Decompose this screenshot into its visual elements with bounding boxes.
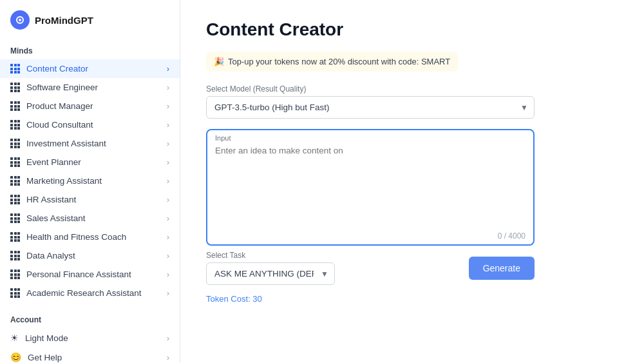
sidebar-item-label: Academic Research Assistant xyxy=(26,288,142,298)
chevron-right-icon: › xyxy=(167,232,169,242)
sidebar-item-investment-assistant[interactable]: Investment Assistant › xyxy=(0,134,180,153)
char-count: 0 / 4000 xyxy=(207,229,533,244)
model-select-wrapper: GPT-3.5-turbo (High but Fast)GPT-4 (High… xyxy=(206,96,535,119)
grid-icon xyxy=(10,288,20,298)
sidebar-item-label: Product Manager xyxy=(26,101,93,111)
sidebar-item-left: HR Assistant xyxy=(10,195,76,204)
input-area-wrapper: Input 0 / 4000 xyxy=(206,129,535,246)
model-select[interactable]: GPT-3.5-turbo (High but Fast)GPT-4 (High… xyxy=(206,96,535,119)
model-selector-section: Select Model (Result Quality) GPT-3.5-tu… xyxy=(206,84,535,119)
token-cost: Token Cost: 30 xyxy=(206,294,618,304)
sidebar-item-left: Data Analyst xyxy=(10,251,75,260)
grid-icon xyxy=(10,232,20,242)
sidebar-item-label: Health and Fitness Coach xyxy=(26,232,126,242)
chevron-right-icon: › xyxy=(167,251,169,260)
sidebar-item-label: Get Help xyxy=(28,353,62,362)
logo-icon xyxy=(10,10,30,30)
sidebar-item-cloud-consultant[interactable]: Cloud Consultant › xyxy=(0,115,180,134)
model-label: Select Model (Result Quality) xyxy=(206,84,535,93)
task-select-outer: ASK ME ANYTHING (DEFAULT)Blog PostSocial… xyxy=(206,262,335,285)
grid-icon xyxy=(10,120,20,130)
sidebar-item-get-help[interactable]: 😊 Get Help › xyxy=(0,348,180,363)
sidebar-item-product-manager[interactable]: Product Manager › xyxy=(0,97,180,115)
sidebar-item-left: Content Creator xyxy=(10,64,88,74)
sidebar-item-left: 😊 Get Help xyxy=(10,352,62,362)
sidebar-item-left: Health and Fitness Coach xyxy=(10,232,126,242)
sidebar-item-label: Event Planner xyxy=(26,157,81,167)
sidebar-item-label: Marketing Assistant xyxy=(26,176,102,186)
sidebar-item-label: Light Mode xyxy=(25,333,68,343)
svg-point-1 xyxy=(19,19,21,21)
grid-icon xyxy=(10,157,20,167)
sidebar-item-label: Cloud Consultant xyxy=(26,120,93,130)
sidebar-item-personal-finance-assistant[interactable]: Personal Finance Assistant › xyxy=(0,265,180,284)
grid-icon xyxy=(10,213,20,223)
sidebar-item-label: Investment Assistant xyxy=(26,139,106,148)
sidebar-item-left: Cloud Consultant xyxy=(10,120,93,130)
account-section-title: Account xyxy=(0,308,180,328)
chevron-right-icon: › xyxy=(167,176,169,186)
chevron-right-icon: › xyxy=(167,288,169,298)
sidebar-item-content-creator[interactable]: Content Creator › xyxy=(0,59,180,78)
sidebar-item-label: Sales Assistant xyxy=(26,213,86,223)
sidebar-item-label: Software Engineer xyxy=(26,83,98,92)
grid-icon xyxy=(10,195,20,204)
sidebar-item-label: Content Creator xyxy=(26,64,88,74)
grid-icon xyxy=(10,270,20,279)
content-input[interactable] xyxy=(207,143,533,227)
chevron-right-icon: › xyxy=(167,83,169,92)
sidebar-item-left: Event Planner xyxy=(10,157,81,167)
task-select[interactable]: ASK ME ANYTHING (DEFAULT)Blog PostSocial… xyxy=(206,262,335,285)
promo-banner: 🎉 Top-up your tokens now at 20% discount… xyxy=(206,52,458,72)
sidebar-item-left: Academic Research Assistant xyxy=(10,288,142,298)
sidebar-item-data-analyst[interactable]: Data Analyst › xyxy=(0,246,180,265)
account-list: ☀ Light Mode › 😊 Get Help › 👤 Signup / L… xyxy=(0,328,180,363)
main-content: Content Creator 🎉 Top-up your tokens now… xyxy=(180,0,644,363)
sidebar-item-label: Personal Finance Assistant xyxy=(26,270,131,279)
page-title: Content Creator xyxy=(206,19,618,40)
sidebar: ProMindGPT Minds Content Creator › Softw… xyxy=(0,0,180,363)
logo: ProMindGPT xyxy=(0,0,180,39)
grid-icon xyxy=(10,64,20,74)
input-label: Input xyxy=(207,130,533,143)
chevron-right-icon: › xyxy=(167,353,169,362)
sidebar-item-left: Product Manager xyxy=(10,101,93,111)
grid-icon xyxy=(10,251,20,260)
sidebar-item-label: HR Assistant xyxy=(26,195,76,204)
grid-icon xyxy=(10,83,20,92)
grid-icon xyxy=(10,139,20,148)
chevron-right-icon: › xyxy=(167,101,169,111)
task-select-wrapper: Select Task ASK ME ANYTHING (DEFAULT)Blo… xyxy=(206,251,335,285)
sidebar-item-left: Sales Assistant xyxy=(10,213,86,223)
chevron-right-icon: › xyxy=(167,270,169,279)
sidebar-item-health-fitness-coach[interactable]: Health and Fitness Coach › xyxy=(0,228,180,246)
sidebar-item-left: ☀ Light Mode xyxy=(10,333,68,343)
sidebar-item-sales-assistant[interactable]: Sales Assistant › xyxy=(0,209,180,228)
chevron-right-icon: › xyxy=(167,139,169,148)
chevron-right-icon: › xyxy=(167,213,169,223)
grid-icon xyxy=(10,101,20,111)
grid-icon xyxy=(10,176,20,186)
generate-button[interactable]: Generate xyxy=(469,257,535,280)
sidebar-item-left: Software Engineer xyxy=(10,83,98,92)
task-label: Select Task xyxy=(206,251,335,260)
help-icon: 😊 xyxy=(10,352,21,362)
chevron-right-icon: › xyxy=(167,195,169,204)
sidebar-item-event-planner[interactable]: Event Planner › xyxy=(0,153,180,172)
chevron-right-icon: › xyxy=(167,120,169,130)
promo-text: Top-up your tokens now at 20% discount w… xyxy=(228,57,450,66)
logo-text: ProMindGPT xyxy=(35,15,93,26)
sidebar-item-left: Investment Assistant xyxy=(10,139,106,148)
chevron-right-icon: › xyxy=(167,157,169,167)
sidebar-item-software-engineer[interactable]: Software Engineer › xyxy=(0,78,180,97)
sidebar-item-academic-research-assistant[interactable]: Academic Research Assistant › xyxy=(0,284,180,302)
sidebar-item-left: Personal Finance Assistant xyxy=(10,270,131,279)
sidebar-item-label: Data Analyst xyxy=(26,251,75,260)
promo-emoji: 🎉 xyxy=(214,57,224,66)
chevron-right-icon: › xyxy=(167,64,169,74)
sidebar-item-marketing-assistant[interactable]: Marketing Assistant › xyxy=(0,172,180,190)
task-row: Select Task ASK ME ANYTHING (DEFAULT)Blo… xyxy=(206,251,535,285)
sidebar-item-hr-assistant[interactable]: HR Assistant › xyxy=(0,190,180,209)
sidebar-item-light-mode[interactable]: ☀ Light Mode › xyxy=(0,328,180,348)
sidebar-item-left: Marketing Assistant xyxy=(10,176,102,186)
